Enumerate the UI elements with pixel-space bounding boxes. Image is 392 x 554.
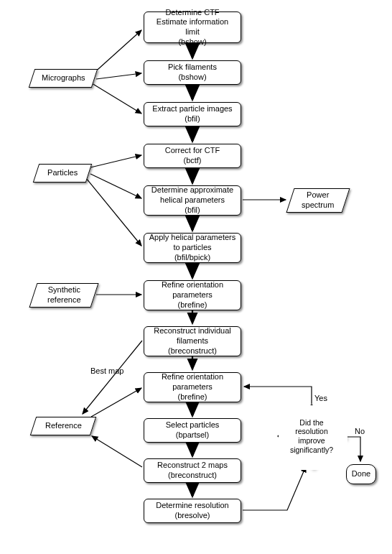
node-label: Determine approximatehelical parameters(… [151, 185, 233, 215]
svg-line-14 [92, 83, 141, 114]
process-determine-helical-params: Determine approximatehelical parameters(… [144, 185, 241, 216]
node-label: Determine CTFEstimate information limit(… [149, 8, 236, 47]
process-refine-orientation-2: Refine orientationparameters(brefine) [144, 372, 241, 402]
io-label: Powerspectrum [302, 190, 334, 211]
node-label: Reconstruct individualfilaments(breconst… [154, 326, 231, 356]
node-label: Select particles(bpartsel) [166, 420, 220, 440]
decision-resolution-improve: Did theresolutionimprovesignificantly? [277, 404, 346, 468]
io-micrographs: Micrographs [29, 69, 98, 88]
edge-label-yes: Yes [314, 394, 327, 402]
process-extract-particle-images: Extract particle images(bfil) [144, 102, 241, 126]
process-apply-helical-params: Apply helical parametersto particles(bfi… [144, 233, 241, 263]
node-label: Reconstruct 2 maps(breconstruct) [157, 461, 228, 481]
flowchart-canvas: Determine CTFEstimate information limit(… [0, 0, 392, 554]
svg-line-21 [91, 388, 141, 417]
io-label: Syntheticreference [47, 285, 80, 305]
process-reconstruct-2-maps: Reconstruct 2 maps(breconstruct) [144, 458, 241, 483]
svg-line-12 [92, 30, 141, 75]
svg-line-22 [92, 436, 142, 467]
io-particles: Particles [33, 164, 92, 183]
node-label: Apply helical parametersto particles(bfi… [149, 233, 235, 262]
terminal-label: Done [352, 469, 370, 479]
node-label: Determine resolution(bresolve) [156, 501, 229, 521]
process-correct-for-ctf: Correct for CTF(bctf) [144, 144, 241, 168]
process-reconstruct-individual: Reconstruct individualfilaments(breconst… [144, 326, 241, 356]
svg-line-13 [96, 73, 141, 79]
node-label: Correct for CTF(bctf) [165, 146, 220, 166]
edge-label-best-map: Best map [90, 366, 123, 375]
process-determine-resolution: Determine resolution(bresolve) [144, 499, 241, 523]
io-power-spectrum: Powerspectrum [286, 188, 350, 213]
io-label: Particles [47, 168, 78, 178]
svg-line-15 [88, 155, 141, 168]
io-label: Reference [45, 421, 82, 431]
io-reference: Reference [30, 417, 96, 435]
process-pick-filaments: Pick filaments(bshow) [144, 60, 241, 85]
node-label: Refine orientationparameters(brefine) [162, 280, 223, 310]
io-synthetic-reference: Syntheticreference [29, 283, 98, 308]
terminal-done: Done [346, 464, 376, 484]
svg-line-16 [90, 174, 141, 198]
process-refine-orientation-1: Refine orientationparameters(brefine) [144, 280, 241, 310]
node-label: Extract particle images(bfil) [152, 104, 232, 124]
node-label: Refine orientationparameters(brefine) [162, 372, 223, 402]
process-select-particles: Select particles(bpartsel) [144, 418, 241, 443]
process-determine-ctf: Determine CTFEstimate information limit(… [144, 11, 241, 43]
node-label: Pick filaments(bshow) [168, 63, 217, 83]
edge-label-no: No [355, 427, 365, 435]
svg-line-17 [86, 178, 141, 246]
io-label: Micrographs [42, 73, 85, 83]
decision-label: Did theresolutionimprovesignificantly? [290, 418, 333, 454]
svg-line-20 [83, 341, 142, 414]
